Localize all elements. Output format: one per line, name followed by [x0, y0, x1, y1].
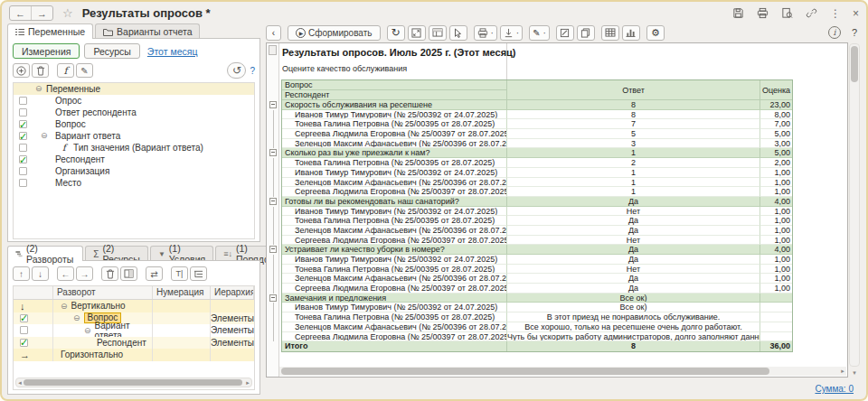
draw-button[interactable]: ✎ · — [529, 25, 550, 41]
help-icon[interactable]: ? — [250, 66, 255, 76]
report-detail-row[interactable]: Зеленцов Максим Афанасьевич (№ 25/00396 … — [282, 274, 792, 284]
split-columns-icon[interactable] — [120, 266, 137, 281]
move-left-icon[interactable]: ← — [57, 266, 74, 281]
checkbox[interactable]: ✓ — [20, 339, 28, 347]
table-settings-icon[interactable] — [429, 25, 447, 41]
delete-icon[interactable] — [32, 63, 49, 78]
sum-link[interactable]: Сумма: 0 — [815, 384, 854, 394]
report-detail-row[interactable]: Тонева Галина Петровна (№ 25/00395 от 28… — [282, 216, 792, 226]
report-group-row[interactable]: Скорость обслуживания на ресепшене823,00 — [282, 100, 792, 110]
preview-icon[interactable] — [781, 7, 794, 20]
checkbox[interactable]: ✓ — [20, 314, 28, 322]
report-detail-row[interactable]: Сергеева Людмила Егоровна (№ 25/00397 от… — [282, 236, 792, 246]
tab-conditions[interactable]: ▼ (1) Условия — [150, 246, 213, 261]
group-collapse-icon[interactable] — [269, 294, 277, 302]
close-icon[interactable]: × — [853, 8, 859, 19]
structure-row[interactable]: ✓РеспондентЭлементы — [14, 337, 254, 350]
forward-button[interactable]: → — [31, 6, 52, 20]
collapse-pane-button[interactable]: ‹ — [266, 25, 281, 41]
delete-icon[interactable] — [101, 266, 118, 281]
add-icon[interactable] — [13, 63, 30, 78]
save-report-button[interactable]: · — [500, 25, 523, 41]
report-detail-row[interactable]: Тонева Галина Петровна (№ 25/00395 от 28… — [282, 265, 792, 275]
report-detail-row[interactable]: Иванов Тимур Тимурович (№ 25/00392 от 24… — [282, 303, 792, 312]
report-detail-row[interactable]: Зеленцов Максим Афанасьевич (№ 25/00396 … — [282, 226, 792, 236]
group-collapse-icon[interactable] — [269, 101, 277, 108]
print-icon[interactable] — [757, 7, 769, 20]
collapse-icon[interactable]: ⊖ — [61, 302, 68, 311]
report-group-row[interactable]: Устраивает ли качество уборки в номере?Д… — [282, 245, 792, 255]
checkbox[interactable] — [19, 97, 27, 105]
checkbox[interactable]: ✓ — [19, 120, 27, 128]
report-detail-row[interactable]: Зеленцов Максим Афанасьевич (№ 25/00396 … — [282, 178, 792, 188]
help-icon[interactable]: ? — [852, 28, 857, 38]
collapse-icon[interactable]: ⊖ — [35, 85, 42, 93]
checkbox[interactable] — [19, 179, 27, 187]
save-icon[interactable] — [732, 7, 745, 20]
favorite-star-icon[interactable]: ☆ — [62, 6, 73, 20]
more-menu-icon[interactable]: ⋮ — [830, 8, 841, 19]
collapse-icon[interactable]: ⊖ — [73, 313, 80, 322]
period-link[interactable]: Этот месяц — [147, 46, 198, 57]
report-detail-row[interactable]: Иванов Тимур Тимурович (№ 25/00392 от 24… — [282, 207, 792, 217]
reset-icon[interactable]: ↺ — [227, 62, 246, 79]
function-icon[interactable]: f — [57, 63, 74, 78]
generate-button[interactable]: ▶ Сформировать — [288, 25, 381, 41]
move-up-icon[interactable]: ↑ — [13, 266, 30, 281]
gear-icon[interactable]: ⚙ — [646, 25, 665, 41]
scroll-right-icon[interactable]: ▸ — [244, 379, 251, 387]
field-row[interactable]: fТип значения (Вариант ответа) — [14, 142, 254, 154]
report-detail-row[interactable]: Зеленцов Максим Афанасьевич (№ 25/00396 … — [282, 322, 792, 332]
report-group-row[interactable]: Замечания и предложенияВсе ок) — [282, 294, 792, 303]
report-detail-row[interactable]: Тонева Галина Петровна (№ 25/00395 от 28… — [282, 119, 792, 129]
move-down-icon[interactable]: ↓ — [32, 266, 49, 281]
scroll-left-icon[interactable]: ◂ — [16, 379, 24, 387]
field-row[interactable]: Место — [14, 177, 254, 189]
table-view-icon[interactable] — [601, 25, 619, 41]
refresh-icon[interactable]: ↻ — [387, 25, 405, 41]
measures-button[interactable]: Измерения — [13, 43, 80, 59]
scrollbar-thumb[interactable] — [24, 379, 242, 386]
edit-document-icon[interactable] — [556, 25, 574, 41]
report-detail-row[interactable]: Иванов Тимур Тимурович (№ 25/00392 от 24… — [282, 168, 792, 178]
fields-tree-header[interactable]: ⊖ Переменные — [14, 83, 254, 95]
report-detail-row[interactable]: Зеленцов Максим Афанасьевич (№ 25/00396 … — [282, 139, 792, 149]
report-group-row[interactable]: Сколько раз вы уже приезжали к нам?15,00 — [282, 148, 792, 158]
report-detail-row[interactable]: Сергеева Людмила Егоровна (№ 25/00397 от… — [282, 332, 792, 342]
scroll-down-icon[interactable]: ▾ — [850, 369, 859, 377]
swap-icon[interactable]: ⇄ — [146, 266, 163, 281]
report-detail-row[interactable]: Иванов Тимур Тимурович (№ 25/00392 от 24… — [282, 255, 792, 265]
report-vscrollbar[interactable]: ▾ — [849, 43, 860, 367]
field-row[interactable]: Опрос — [14, 95, 254, 107]
chart-view-icon[interactable] — [622, 25, 640, 41]
checkbox[interactable] — [19, 167, 27, 175]
checkbox[interactable] — [20, 326, 28, 334]
hierarchy-icon[interactable] — [190, 266, 207, 281]
move-right-icon[interactable]: → — [76, 266, 93, 281]
tab-report-variants[interactable]: Варианты отчета — [95, 23, 200, 39]
checkbox[interactable] — [19, 144, 27, 152]
copy-icon[interactable] — [577, 25, 595, 41]
report-detail-row[interactable]: Тонева Галина Петровна (№ 25/00395 от 28… — [282, 158, 792, 168]
structure-row[interactable]: →Горизонтально — [14, 349, 254, 361]
field-row[interactable]: ✓Респондент — [14, 154, 254, 165]
link-icon[interactable] — [806, 7, 818, 20]
expand-icon[interactable] — [408, 25, 426, 41]
field-row[interactable]: ✓⊖Вариант ответа — [14, 130, 254, 142]
scroll-right-icon[interactable]: ▸ — [839, 368, 846, 375]
report-detail-row[interactable]: Иванов Тимур Тимурович (№ 25/00392 от 24… — [282, 110, 792, 120]
report-detail-row[interactable]: Тонева Галина Петровна (№ 25/00395 от 28… — [282, 312, 792, 322]
print-report-button[interactable]: · — [474, 25, 497, 41]
report-detail-row[interactable]: Сергеева Людмила Егоровна (№ 25/00397 от… — [282, 187, 792, 197]
collapse-icon[interactable]: ⊖ — [84, 326, 91, 335]
checkbox[interactable]: ✓ — [19, 132, 27, 140]
report-detail-row[interactable]: Сергеева Людмила Егоровна (№ 25/00397 от… — [282, 284, 792, 294]
group-collapse-icon[interactable] — [269, 246, 277, 253]
report-sheet[interactable]: Результаты опросов. Июль 2025 г. (Этот м… — [266, 42, 848, 378]
resources-button[interactable]: Ресурсы — [84, 43, 139, 59]
scrollbar-thumb[interactable] — [281, 368, 769, 375]
group-collapse-icon[interactable] — [269, 198, 277, 205]
info-icon[interactable]: i — [828, 26, 841, 39]
back-button[interactable]: ← — [10, 6, 31, 20]
report-hscrollbar[interactable]: ▸ — [279, 367, 846, 376]
